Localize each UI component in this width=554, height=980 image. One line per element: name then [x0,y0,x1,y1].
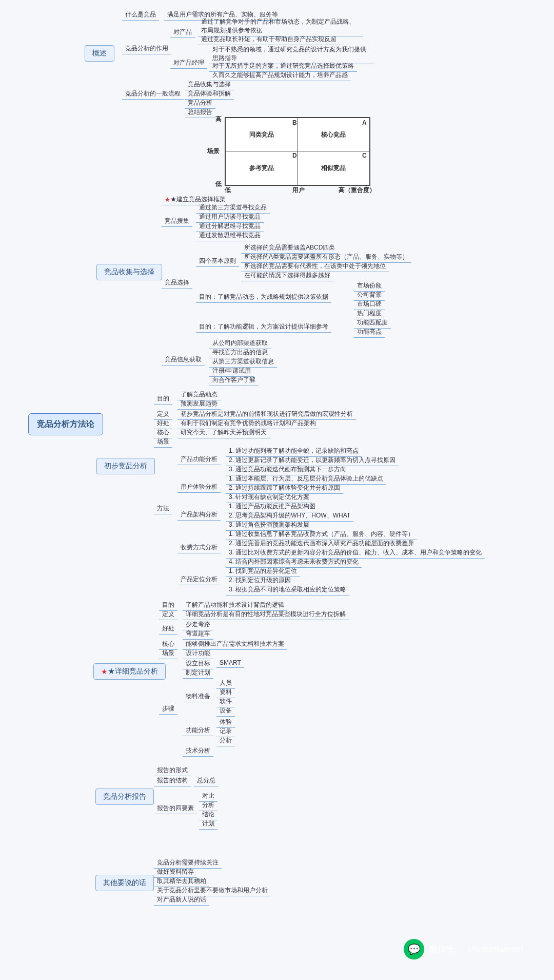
branch-other: 其他要说的话 [95,875,154,891]
wechat-watermark: 💬 微信号： chanpinluantan [404,939,523,959]
quadrant-diagram: 同类竞品 核心竞品 参考竞品 相似竞品 B A D C [225,117,370,186]
n: 好处 [159,623,177,635]
n: 产品定位分析 [177,574,221,585]
n: 竞品搜集 [162,216,192,227]
n: 弯道超车 [183,628,213,640]
n: 报告的四要素 [154,803,197,814]
n: 计划 [199,818,217,830]
n: 对产品 [170,27,195,38]
n: 场景 [154,436,172,448]
n: 对产品新人说的话 [154,894,209,906]
n: 产品架构分析 [177,509,221,521]
n: 定义 [159,609,177,620]
n: 四个基本原则 [196,256,239,267]
n: 方法 [154,503,172,514]
n: 详细竞品分析是有目的性地对竞品某些模块进行全方位拆解 [183,609,349,620]
n: 向合作客户了解 [209,375,259,386]
mindmap-canvas: 竞品分析方法论 概述 竞品收集与选择 初步竞品分析 ★★详细竞品分析 竞品分析报… [0,0,554,980]
q-y: 场景 [207,147,220,156]
branch-overview: 概述 [85,45,114,62]
wechat-label: 微信号： [429,944,462,955]
q-lo2: 低 [225,186,231,195]
n: 在可能的情况下选择得越多越好 [241,270,333,281]
n: 总结报告 [185,107,215,118]
n: 技术分析 [183,745,213,757]
n: 目的：了解功能逻辑，为方案设计提供详细参考 [196,321,331,333]
n: 目的 [154,393,172,405]
n: 通过发散思维寻找竞品 [196,230,264,241]
n: 竞品分析的一般流程 [122,88,184,100]
n: 竞品信息获取 [162,354,205,366]
n: 目的：了解竞品动态，为战略规划提供决策依据 [196,292,331,303]
wechat-id: chanpinluantan [467,945,523,954]
n: 步骤 [159,703,177,715]
branch-detail: ★★详细竞品分析 [93,663,166,680]
n: 功能亮点 [354,326,385,338]
n: 收费方式分析 [177,542,221,553]
n: 竞品分析的作用 [122,43,171,54]
branch-collect: 竞品收集与选择 [96,264,162,280]
n: 用户体验分析 [177,482,221,493]
n: 设备 [216,705,235,717]
n: 报告的结构 [154,775,191,786]
root-text: 竞品分析方法论 [37,419,94,430]
n: 制定计划 [183,667,213,679]
n: 通过竞品取长补短，有助于帮助自身产品实现反超 [198,34,340,45]
n: 研究今天、了解昨天并预测明天 [177,427,270,438]
n: 物料准备 [183,691,213,702]
q-c: 相似竞品 [298,151,369,185]
q-x: 用户 [292,186,305,195]
q-hi: 高 [215,115,222,124]
q-d: 参考竞品 [226,151,298,185]
n: 设计功能 [183,648,213,659]
q-a: 核心竞品 [298,118,369,151]
n: 什么是竞品 [122,9,159,21]
n: 功能分析 [183,725,213,736]
n: 分析 [216,735,235,746]
q-xr: 高（重合度） [339,186,375,195]
n: 3. 根据竞品不同的地位采取相应的定位策略 [226,584,349,595]
q-lo: 低 [215,180,222,188]
n: 预测发展趋势 [177,398,221,410]
n: 对产品经理 [170,57,207,69]
n: 产品功能分析 [177,454,221,465]
n: SMART [216,658,244,668]
n: 竞品选择 [162,277,192,289]
q-b: 同类竞品 [226,118,298,151]
root-node: 竞品分析方法论 [28,413,103,435]
n: 总分总 [194,775,219,786]
branch-preliminary: 初步竞品分析 [96,458,155,474]
n: 报告的形式 [154,765,191,776]
n: 场景 [159,648,177,659]
wechat-icon: 💬 [404,939,424,959]
branch-report: 竞品分析报告 [95,789,154,805]
